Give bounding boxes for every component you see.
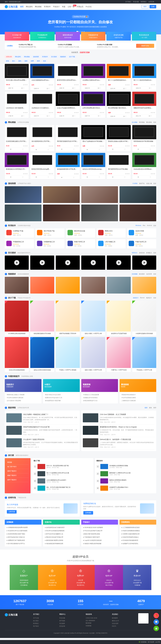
like-link[interactable]: 13 ♡ xyxy=(17,114,29,118)
resource-card[interactable]: 蓝色服装模特展示HTML网...免费 👁 ♡ xyxy=(56,153,80,179)
like-link[interactable]: 8 ♡ xyxy=(93,114,105,118)
category-tag[interactable]: 常用软件 xyxy=(41,56,49,58)
preview-link[interactable]: 1834 👁 xyxy=(107,115,119,118)
link-item[interactable]: ● 程序员必备在线工具箱大全 xyxy=(6,536,40,539)
like-link[interactable]: 10 ♡ xyxy=(68,114,80,118)
link-item[interactable]: ● 2024年最流行的设计趋势解析 xyxy=(83,526,116,529)
resource-card[interactable]: Android安卓后台管理Boot...¥25.00 👁 ♡ xyxy=(132,153,156,179)
gallery-image[interactable] xyxy=(5,186,42,203)
topbar-link[interactable]: 会员宝典 xyxy=(148,1,154,2)
topbar-link[interactable]: 联系我们 xyxy=(141,1,146,2)
rank-side-item[interactable]: 模板下载排行 xyxy=(7,473,28,478)
vip-card[interactable]: ◇普通用户·资源单独购买·部分免费下载·无专属特权 xyxy=(10,565,38,590)
nav-item[interactable]: 开通会员 xyxy=(77,6,83,8)
rank-item[interactable]: 2第三十九套黑橙企业WordPress主题星4.6分 · 2876次下载 xyxy=(34,470,92,477)
topic-item[interactable]: · 交互动效设计系统课程 xyxy=(6,399,40,402)
resource-card[interactable]: 红色喜庆婚礼婚庆公司HTML...¥5.00 👁 ♡ xyxy=(5,125,29,151)
nav-item[interactable]: 公告一览热门 xyxy=(68,6,74,8)
preview-link[interactable]: 👁 xyxy=(56,176,68,179)
section-tab[interactable]: 最新 xyxy=(145,407,148,409)
register-button[interactable]: 注册 xyxy=(150,5,156,8)
music-card[interactable] xyxy=(30,256,54,270)
topic-card[interactable]: 动效设计全能实战班· 掌握AE核心技能入门到精通· 学会MG动画制作完整流程· … xyxy=(5,379,42,404)
preview-link[interactable]: 👁 xyxy=(30,176,42,179)
footer-link[interactable]: 关于云海 xyxy=(33,617,57,620)
footer-link[interactable]: 工作日 9:00-18:00 xyxy=(86,617,109,620)
feature-tile[interactable]: 极致加载速度首屏1秒加载 xyxy=(56,32,80,40)
section-tab[interactable]: Banner xyxy=(140,297,145,299)
feature-tile[interactable]: 手动拖拽排序区块随意组合 xyxy=(30,32,54,40)
section-tab[interactable]: 游戏音效 xyxy=(139,252,145,254)
filter-tag[interactable]: 最火 xyxy=(11,60,16,62)
software-card[interactable]: QQ安全管家★★★★★免费 · 1456次 xyxy=(127,228,156,238)
announce-item[interactable]: CeoMax-Pro下载人生每天精选优质资源免费下载... xyxy=(19,44,56,48)
preview-link[interactable]: 1654 👁 xyxy=(132,86,144,90)
video-card[interactable] xyxy=(132,277,156,294)
float-service-button[interactable]: 💬 xyxy=(154,619,159,625)
rank-item[interactable]: 3企业主题新版WordPress站展示星4.5分 · 2654次下载 xyxy=(34,477,92,484)
topic-item[interactable]: · 精通Sketch/Figma设计工具 xyxy=(44,396,78,399)
software-card[interactable]: 网易云音乐★★★★★免费 · 1987次 xyxy=(96,228,126,238)
filter-tag[interactable]: 最热 xyxy=(17,60,22,62)
rank-side-item[interactable]: 精选版 xyxy=(7,460,28,464)
preview-link[interactable]: 👁 xyxy=(107,148,119,151)
rank-item[interactable]: 2极简风格个人博客WordPress主题1天前 · 234次下载 xyxy=(96,470,155,477)
vip-card[interactable]: ♔包月VIP·39元/月·全站免费下载·每日限10次 xyxy=(38,565,66,590)
topic-item[interactable]: · 移动端界面设计规范详解 xyxy=(44,399,78,402)
news-item[interactable]: 前端开发者必备的10个Chrome扩展工欲善其事必先利其器。这些扩展能极大提升你… xyxy=(6,424,78,437)
footer-link[interactable]: 意见反馈 xyxy=(60,625,83,628)
footer-link[interactable]: 新手指南 xyxy=(60,620,83,622)
footer-link[interactable]: 在线客服 xyxy=(86,624,109,627)
section-tab[interactable]: 更多 xyxy=(154,121,156,123)
footer-link[interactable]: 常见问题 xyxy=(60,617,83,620)
like-link[interactable]: ♡ xyxy=(144,148,156,151)
resource-card[interactable]: 简约通用管理后台HTML模板¥20.00 👁 ♡ xyxy=(107,153,131,179)
nav-item[interactable]: 常用软件 xyxy=(44,6,50,8)
feature-tile[interactable]: 多端完美适配电脑手机平板 xyxy=(106,32,131,40)
category-tag[interactable]: 音乐素材 xyxy=(50,56,58,58)
link-item[interactable]: ● 网站SEO优化技巧经验分享 xyxy=(45,536,78,539)
footer-link[interactable]: 微信客服 xyxy=(86,622,109,624)
topic-card[interactable]: UI设计就业实战班· 将设计转化为可交互原型· 精通Sketch/Figma设计… xyxy=(43,379,80,404)
feature-tile[interactable]: 功能超级丰富166套页面样式 xyxy=(81,32,105,40)
link-item[interactable]: ● 专业的WordPress主题开发团队 xyxy=(6,529,40,532)
preview-link[interactable]: 1492 👁 xyxy=(56,86,68,90)
preview-link[interactable]: 1923 👁 xyxy=(30,114,42,118)
resource-card[interactable]: 黑白产品商城演示HTML模板...免费 👁 ♡ xyxy=(81,125,105,151)
gallery-image[interactable] xyxy=(120,186,156,203)
section-tab[interactable]: 更多 xyxy=(154,297,156,299)
promo-button[interactable]: 立即领取 xyxy=(83,511,93,514)
category-tag[interactable]: 视频素材 xyxy=(59,56,67,58)
category-tag[interactable]: 设计下载 xyxy=(68,56,76,58)
link-item[interactable]: ● 5G技术应用场景全面盘点 xyxy=(121,536,154,539)
section-tab[interactable]: 动漫人物 xyxy=(146,182,152,184)
link-item[interactable]: ● 配色方案与色彩理论基础 xyxy=(83,532,116,536)
play-icon[interactable] xyxy=(116,260,121,265)
preview-link[interactable]: 👁 xyxy=(132,176,144,179)
resource-card[interactable]: 蓝色后台管理系统Bootstrap...¥15.00 👁 ♡ xyxy=(81,153,105,179)
preview-link[interactable]: 1874 👁 xyxy=(107,87,119,90)
section-tab[interactable]: 动态背景 xyxy=(146,273,152,275)
footer-link[interactable]: 售后服务 xyxy=(60,622,83,625)
like-link[interactable]: 9 ♡ xyxy=(144,86,156,90)
like-link[interactable]: 12 ♡ xyxy=(68,86,80,90)
link-item[interactable]: ● 新手站长常见问题解答汇总 xyxy=(45,532,78,536)
software-card[interactable]: 百度网盘 PC版★★★★★免费 · 1857次 xyxy=(5,228,34,238)
software-card[interactable]: 微信Windows版★★★★★免费 · 2145次 xyxy=(66,228,95,238)
section-tab[interactable]: 航拍素材 xyxy=(139,273,145,275)
resource-card[interactable]: 第三十九套黑橙风格Word...免费1874 👁12 ♡ xyxy=(107,64,131,90)
design-card[interactable]: 手绘蓝色二十四节气大寒 xyxy=(132,337,156,372)
video-card[interactable] xyxy=(5,277,29,294)
link-item[interactable]: ● 服务器选购与配置注意事项 xyxy=(45,539,78,542)
link-item[interactable]: ● 人工智能最新发展动态追踪 xyxy=(121,526,154,529)
link-item[interactable]: ● 全网最新影视资源免费在线观看 xyxy=(6,526,40,529)
design-card[interactable]: 清新手绘风格腊八节宣传单 xyxy=(56,300,80,336)
design-card[interactable]: 创意小清新二十四节气大雪 xyxy=(81,337,105,372)
preview-link[interactable]: 👁 xyxy=(107,176,119,179)
rank-item[interactable]: 3电商后台管理系统完整源码2天前 · 189次下载 xyxy=(96,477,155,484)
like-link[interactable]: ♡ xyxy=(68,148,80,151)
preview-link[interactable]: 1598 👁 xyxy=(30,87,42,90)
video-card[interactable] xyxy=(107,277,131,294)
footer-link[interactable]: 联系我们 xyxy=(33,622,57,625)
preview-link[interactable]: 👁 xyxy=(81,148,93,151)
